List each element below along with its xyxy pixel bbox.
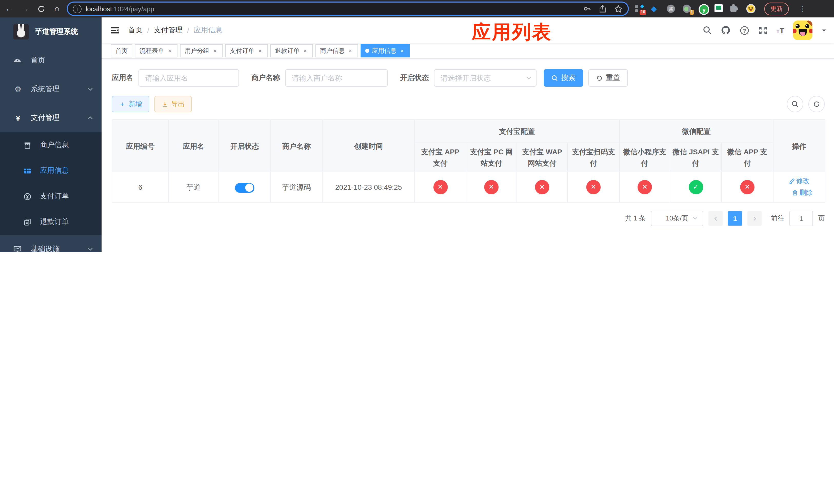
search-button[interactable]: 搜索 xyxy=(544,69,583,87)
sidebar-item-app-info[interactable]: 应用信息 xyxy=(0,158,102,184)
delete-link[interactable]: 删除 xyxy=(792,187,813,199)
close-icon[interactable]: × xyxy=(399,48,405,54)
gear-icon: ⚙ xyxy=(13,85,23,94)
pay-submenu: 商户信息 应用信息 支付订单 退款订单 xyxy=(0,132,102,235)
close-icon[interactable]: × xyxy=(167,48,173,54)
sidebar-item-pay[interactable]: ¥ 支付管理 xyxy=(0,104,102,132)
goto-page-input[interactable] xyxy=(789,211,813,226)
next-page-button[interactable] xyxy=(747,211,762,226)
reset-button[interactable]: 重置 xyxy=(588,69,628,87)
url-bar[interactable]: i localhost:1024/pay/app xyxy=(68,3,628,15)
app-name-label: 应用名 xyxy=(112,73,133,83)
bookmark-star-icon[interactable] xyxy=(614,4,623,13)
gem-extension-icon[interactable]: ◆ xyxy=(651,4,660,13)
tab-merchant-info[interactable]: 商户信息× xyxy=(315,44,358,58)
tab-user-group[interactable]: 用户分组× xyxy=(180,44,223,58)
svg-text:?: ? xyxy=(743,27,746,33)
store-icon xyxy=(24,141,33,149)
tab-app-info[interactable]: 应用信息× xyxy=(360,44,410,58)
tab-process-form[interactable]: 流程表单× xyxy=(135,44,177,58)
page-size-select[interactable]: 10条/页 xyxy=(651,211,703,226)
page-number-1[interactable]: 1 xyxy=(728,211,742,226)
col-wx-jsapi: 微信 JSAPI 支付 xyxy=(670,143,721,172)
browser-reload-icon[interactable] xyxy=(35,2,48,15)
col-merchant: 商户名称 xyxy=(270,120,322,172)
fullscreen-icon[interactable] xyxy=(758,25,768,35)
github-icon[interactable] xyxy=(720,25,731,36)
close-icon[interactable]: × xyxy=(212,48,218,54)
sidebar-item-system[interactable]: ⚙ 系统管理 xyxy=(0,75,102,104)
cell-merchant: 芋道源码 xyxy=(270,172,322,202)
browser-back-icon[interactable]: ← xyxy=(3,2,16,15)
collapse-sidebar-icon[interactable] xyxy=(110,25,120,36)
help-question-icon[interactable]: ? xyxy=(739,25,749,35)
plus-icon: ＋ xyxy=(119,99,126,109)
url-text[interactable]: localhost:1024/pay/app xyxy=(86,5,583,13)
merchant-name-input[interactable] xyxy=(285,69,388,87)
extensions-puzzle-icon[interactable] xyxy=(730,4,740,13)
password-key-icon[interactable] xyxy=(583,5,591,13)
page-content: 应用名 商户名称 开启状态 搜索 重置 xyxy=(102,59,834,226)
sidebar-item-merchant-info[interactable]: 商户信息 xyxy=(0,132,102,158)
yudao-extension-icon[interactable]: y xyxy=(699,4,708,13)
breadcrumb-pay[interactable]: 支付管理 xyxy=(154,26,182,35)
app-logo[interactable]: 芋道管理系统 xyxy=(0,18,102,46)
close-icon[interactable]: × xyxy=(347,48,353,54)
extension-badge-one: 1 xyxy=(689,10,694,15)
prev-page-button[interactable] xyxy=(708,211,723,226)
wx-jsapi-status-icon: ✓ xyxy=(688,180,703,194)
session-extension-icon[interactable]: 1 xyxy=(683,4,692,13)
col-alipay-qr: 支付宝扫码支付 xyxy=(568,143,619,172)
header-search-icon[interactable] xyxy=(702,26,712,35)
command-extension-icon[interactable]: ⌘ xyxy=(667,4,676,13)
site-info-icon[interactable]: i xyxy=(73,4,82,13)
alipay-pc-status-icon: ✕ xyxy=(484,180,499,194)
copy-document-icon xyxy=(24,218,33,226)
breadcrumb-current: 应用信息 xyxy=(194,26,223,35)
close-icon[interactable]: × xyxy=(257,48,263,54)
search-form: 应用名 商户名称 开启状态 搜索 重置 xyxy=(112,69,825,87)
app-name-input[interactable] xyxy=(138,69,239,87)
wx-mini-status-icon: ✕ xyxy=(638,180,652,194)
browser-forward-icon[interactable]: → xyxy=(19,2,32,15)
sidebar-item-home[interactable]: 首页 xyxy=(0,46,102,75)
export-button[interactable]: 导出 xyxy=(154,96,192,112)
tab-refund-order[interactable]: 退款订单× xyxy=(270,44,313,58)
user-avatar[interactable] xyxy=(793,21,812,40)
group-wechat-config: 微信配置 xyxy=(619,120,773,143)
goto-suffix: 页 xyxy=(818,214,825,223)
font-size-icon[interactable]: TT xyxy=(776,26,784,35)
status-select[interactable] xyxy=(434,69,536,87)
status-toggle[interactable] xyxy=(235,183,255,193)
extension-grid-icon[interactable]: ◆ 10 xyxy=(635,4,644,13)
yen-icon: ¥ xyxy=(13,114,23,122)
cell-status xyxy=(219,172,270,202)
sidebar-item-pay-order[interactable]: 支付订单 xyxy=(0,184,102,209)
share-icon[interactable] xyxy=(598,5,607,13)
table-toolbar: ＋ 新增 导出 xyxy=(112,96,825,112)
browser-home-icon[interactable]: ⌂ xyxy=(50,2,64,15)
alipay-wap-status-icon: ✕ xyxy=(535,180,549,194)
tab-pay-order[interactable]: 支付订单× xyxy=(225,44,268,58)
toggle-search-button[interactable] xyxy=(787,96,803,112)
col-alipay-wap: 支付宝 WAP 网站支付 xyxy=(517,143,568,172)
col-actions: 操作 xyxy=(773,120,825,172)
browser-menu-icon[interactable]: ⋮ xyxy=(798,5,806,13)
refresh-table-button[interactable] xyxy=(808,96,825,112)
breadcrumb: 首页 / 支付管理 / 应用信息 xyxy=(128,26,223,35)
close-icon[interactable]: × xyxy=(302,48,308,54)
sidebar-item-refund-order[interactable]: 退款订单 xyxy=(0,209,102,235)
avatar-caret-icon[interactable] xyxy=(821,27,827,33)
edit-link[interactable]: 修改 xyxy=(789,175,810,187)
breadcrumb-separator: / xyxy=(187,26,189,35)
breadcrumb-home[interactable]: 首页 xyxy=(128,26,142,35)
tab-home[interactable]: 首页 xyxy=(111,44,132,58)
col-alipay-app: 支付宝 APP 支付 xyxy=(415,143,466,172)
chat-extension-icon[interactable] xyxy=(715,4,724,13)
add-button[interactable]: ＋ 新增 xyxy=(112,96,149,112)
profile-emoji-icon[interactable] xyxy=(746,4,755,13)
chevron-down-icon xyxy=(87,86,93,92)
sidebar-item-infra[interactable]: 基础设施 xyxy=(0,235,102,252)
status-select-input[interactable] xyxy=(434,69,536,87)
browser-update-button[interactable]: 更新 xyxy=(764,2,789,15)
